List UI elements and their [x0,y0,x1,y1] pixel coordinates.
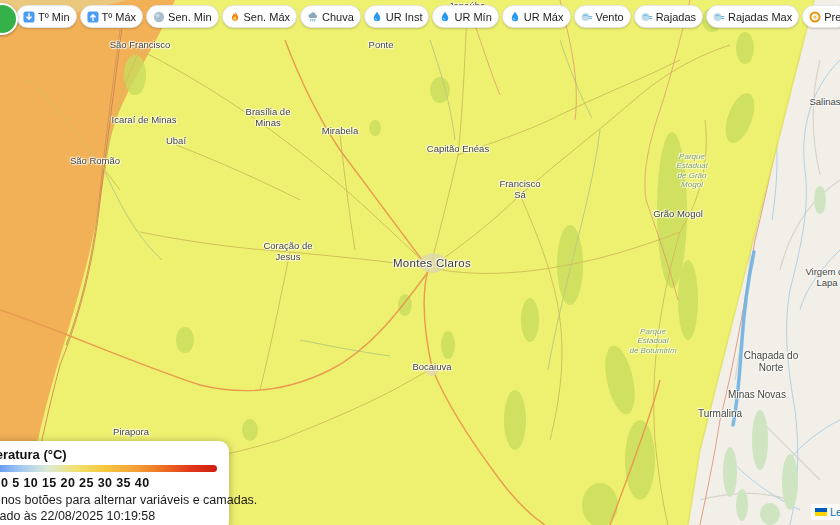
toolbar-button-t-max[interactable]: Tº Máx [80,5,144,28]
map-label: Turmalina [698,408,742,420]
map-label: Icaraí de Minas [112,114,177,125]
leaflet-link[interactable]: Leaflet [830,506,840,518]
map-label: Minas Novas [728,389,786,401]
map-label: Parque Estadual de Botumirim [629,327,676,355]
flame-icon [229,11,241,23]
toolbar-button-ur-inst[interactable]: UR Inst [364,5,430,28]
toolbar-button-label: Rajadas Max [728,11,792,23]
legend-title: Temperatura (°C) [0,447,217,462]
ukraine-flag-icon [815,508,827,516]
toolbar-button-label: Rajadas [656,11,696,23]
map-label: Grão Mogol [653,208,703,219]
toolbar-button-sen-min[interactable]: Sen. Min [146,5,218,28]
wind-icon [581,11,593,23]
map-label: Ubaí [166,135,186,146]
toolbar-button-vento[interactable]: Vento [574,5,631,28]
map-attribution: Leaflet [811,504,840,520]
toolbar-button-chuva[interactable]: Chuva [300,5,361,28]
legend-instruction: Clique nos botões para alternar variávei… [0,493,217,509]
legend-panel: Temperatura (°C) -10 -5 0 5 10 15 20 25 … [0,441,229,525]
map-label: Brasília de Minas [246,106,291,128]
wind-icon [641,11,653,23]
map-label: Francisco Sá [499,178,540,200]
toolbar-button-pre[interactable]: Pre [802,5,840,28]
map-label: Ponte [369,39,394,50]
pressure-icon [809,11,821,23]
variable-toolbar: Tº MinTº MáxSen. MinSen. MáxChuvaUR Inst… [16,5,840,28]
droplet-icon [371,11,383,23]
toolbar-button-label: Chuva [322,11,354,23]
map-label: Capitão Enéas [427,143,489,154]
toolbar-button-rajadas[interactable]: Rajadas [634,5,703,28]
toolbar-button-label: Sen. Máx [244,11,290,23]
map-label: Virgem da Lapa [805,266,840,288]
toolbar-button-label: Tº Min [38,11,70,23]
toolbar-button-ur-min[interactable]: UR Mín [432,5,498,28]
legend-tick-labels: -10 -5 0 5 10 15 20 25 30 35 40 [0,476,217,490]
weather-map-app: São FranciscoPonteJanaúbaIcaraí de Minas… [0,0,840,525]
map-label: Coração de Jesus [263,240,312,262]
droplet-icon [439,11,451,23]
map-label: Mirabela [322,125,358,136]
map-label: Chapada do Norte [744,350,799,374]
toolbar-button-label: Pre [824,11,840,23]
wind-icon [713,11,725,23]
temp-min-icon [23,11,35,23]
temp-max-icon [87,11,99,23]
toolbar-button-label: Tº Máx [102,11,137,23]
toolbar-button-label: Vento [596,11,624,23]
toolbar-button-label: UR Inst [386,11,423,23]
map-label: Salinas [809,96,840,107]
map-label: São Francisco [110,39,171,50]
map-label: São Romão [70,155,120,166]
toolbar-button-label: UR Máx [524,11,564,23]
map-label: Bocaiuva [412,361,451,372]
legend-updated-timestamp: Atualizado às 22/08/2025 10:19:58 [0,509,217,525]
map-label: Montes Claros [393,257,471,271]
cold-icon [153,11,165,23]
toolbar-button-ur-max[interactable]: UR Máx [502,5,571,28]
droplet-icon [509,11,521,23]
toolbar-button-rajadas-max[interactable]: Rajadas Max [706,5,799,28]
toolbar-button-sen-max[interactable]: Sen. Máx [222,5,297,28]
rain-cloud-icon [307,11,319,23]
legend-gradient-bar [0,465,217,472]
toolbar-button-label: Sen. Min [168,11,211,23]
toolbar-button-t-min[interactable]: Tº Min [16,5,77,28]
toolbar-button-label: UR Mín [454,11,491,23]
map-label: Parque Estadual de Grão Mogol [676,152,707,190]
map-label: Pirapora [113,426,149,437]
